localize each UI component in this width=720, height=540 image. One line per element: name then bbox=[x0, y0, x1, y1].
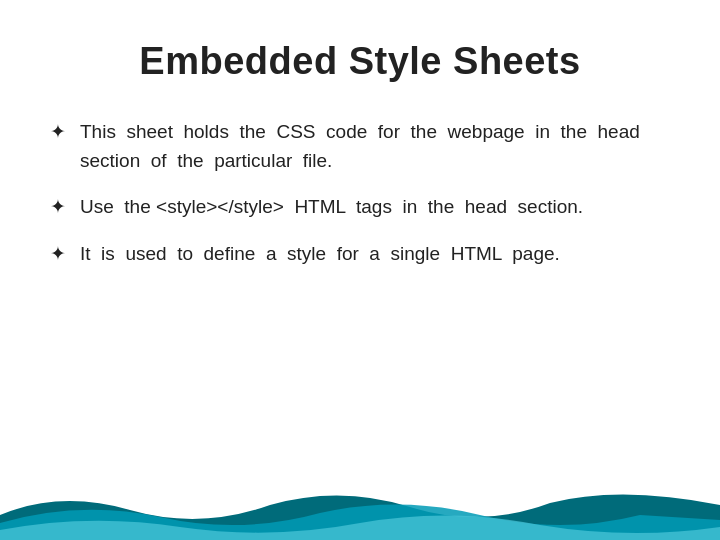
content-area: ✦ This sheet holds the CSS code for the … bbox=[50, 118, 670, 268]
bottom-decoration bbox=[0, 485, 720, 540]
bullet-item-3: ✦ It is used to define a style for a sin… bbox=[50, 240, 670, 269]
bullet-item-2: ✦ Use the <style></style> HTML tags in t… bbox=[50, 193, 670, 222]
slide: Embedded Style Sheets ✦ This sheet holds… bbox=[0, 0, 720, 540]
bullet-text-1: This sheet holds the CSS code for the we… bbox=[80, 118, 670, 175]
slide-title: Embedded Style Sheets bbox=[50, 40, 670, 83]
bullet-marker-3: ✦ bbox=[50, 240, 78, 269]
bullet-text-2: Use the <style></style> HTML tags in the… bbox=[80, 193, 583, 222]
bullet-text-3: It is used to define a style for a singl… bbox=[80, 240, 560, 269]
bullet-marker-2: ✦ bbox=[50, 193, 78, 222]
bullet-item-1: ✦ This sheet holds the CSS code for the … bbox=[50, 118, 670, 175]
bullet-marker-1: ✦ bbox=[50, 118, 78, 147]
